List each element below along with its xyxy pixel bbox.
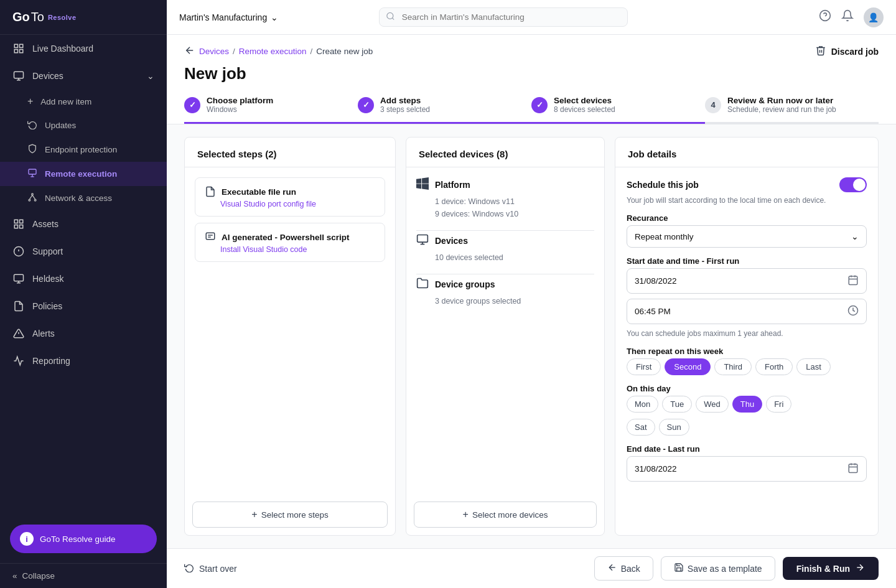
company-selector[interactable]: Martin's Manufacturing ⌄ [179, 12, 278, 22]
day-buttons-row1: Mon Tue Wed Thu Fri [627, 396, 867, 413]
recurrence-label: Recurance [627, 213, 867, 223]
day-label: On this day [627, 384, 867, 393]
sidebar-item-remote-execution[interactable]: Remote execution [0, 162, 167, 186]
sidebar-item-add-new[interactable]: + Add new item [0, 90, 167, 113]
start-date-input[interactable]: 31/08/2022 [627, 268, 867, 294]
job-details-header: Job details [615, 138, 878, 167]
start-time-input[interactable]: 06:45 PM [627, 299, 867, 324]
sidebar-item-label: Assets [32, 219, 58, 229]
heldesk-icon [12, 273, 25, 285]
sidebar-item-live-dashboard[interactable]: Live Dashboard [0, 35, 167, 62]
sidebar-item-policies[interactable]: Policies [0, 292, 167, 320]
day-btn-fri[interactable]: Fri [766, 396, 791, 413]
back-button[interactable]: Back [594, 556, 653, 581]
step-4-circle: 4 [705, 97, 721, 113]
sidebar-item-reporting[interactable]: Reporting [0, 347, 167, 375]
svg-point-10 [32, 194, 34, 195]
sidebar-item-endpoint[interactable]: Endpoint protection [0, 138, 167, 162]
sidebar-item-network[interactable]: Network & access [0, 186, 167, 210]
sidebar-item-heldesk[interactable]: Heldesk [0, 265, 167, 292]
svg-rect-18 [20, 225, 23, 228]
back-breadcrumb-button[interactable] [184, 45, 195, 58]
sidebar-item-support[interactable]: Support [0, 238, 167, 265]
step-3-circle: ✓ [531, 97, 548, 113]
sidebar-sub-label: Network & access [45, 194, 112, 203]
sidebar-item-label: Live Dashboard [32, 44, 93, 54]
sidebar-item-updates[interactable]: Updates [0, 113, 167, 138]
finish-run-button[interactable]: Finish & Run [783, 557, 879, 580]
device-section-groups-sub: 3 device groups selected [416, 295, 594, 307]
plus-icon: + [27, 96, 33, 107]
svg-rect-17 [14, 225, 17, 228]
end-date-input[interactable]: 31/08/2022 [627, 456, 867, 482]
sidebar: GoTo Resolve Live Dashboard Devices ⌄ + … [0, 0, 167, 588]
sidebar-item-assets[interactable]: Assets [0, 210, 167, 238]
content-area: Devices / Remote execution / Create new … [167, 35, 896, 588]
step-4-info: Review & Run now or later Schedule, revi… [727, 96, 836, 114]
folder-icon [416, 277, 429, 291]
svg-rect-43 [849, 464, 857, 473]
sidebar-item-label: Alerts [32, 329, 55, 338]
day-btn-thu[interactable]: Thu [732, 396, 762, 413]
stepper: ✓ Choose platform Windows ✓ Add steps 3 … [184, 96, 879, 124]
device-section-groups: Device groups 3 device groups selected [416, 277, 594, 307]
notifications-icon[interactable] [841, 9, 854, 25]
guide-button[interactable]: i GoTo Resolve guide [10, 525, 157, 553]
day-btn-tue[interactable]: Tue [662, 396, 692, 413]
schedule-toggle-row: Schedule this job [627, 177, 867, 192]
recurrence-value: Repeat monthly [635, 232, 694, 241]
day-btn-sat[interactable]: Sat [627, 419, 655, 436]
week-btn-second[interactable]: Second [665, 358, 711, 375]
step-item-1[interactable]: AI generated - Powershell script Install… [195, 223, 385, 262]
search-container [379, 7, 628, 27]
step-item-0-title: Executable file run [204, 185, 376, 198]
search-input[interactable] [379, 7, 628, 27]
step-item-0[interactable]: Executable file run Visual Studio port c… [195, 177, 385, 217]
svg-point-27 [387, 12, 393, 19]
day-btn-mon[interactable]: Mon [627, 396, 658, 413]
schedule-toggle[interactable] [839, 177, 867, 192]
selected-steps-panel: Selected steps (2) Executable file run V… [184, 137, 396, 536]
step-2-sub: 3 steps selcted [380, 105, 430, 114]
select-more-devices-button[interactable]: + Select more devices [414, 502, 597, 528]
day-btn-wed[interactable]: Wed [696, 396, 729, 413]
device-section-platform: Platform 1 device: Windows v11 9 devices… [416, 177, 594, 220]
back-label: Back [621, 564, 640, 574]
save-template-label: Save as a template [688, 564, 762, 574]
week-btn-forth[interactable]: Forth [755, 358, 793, 375]
week-btn-third[interactable]: Third [714, 358, 752, 375]
sidebar-logo: GoTo Resolve [0, 0, 167, 35]
collapse-button[interactable]: « Collapse [0, 563, 167, 588]
finish-run-label: Finish & Run [796, 564, 850, 574]
week-btn-last[interactable]: Last [796, 358, 831, 375]
alerts-icon [12, 327, 25, 340]
step-1-label: Choose platform [207, 96, 273, 105]
svg-rect-38 [849, 276, 857, 285]
svg-rect-7 [29, 169, 36, 174]
save-template-button[interactable]: Save as a template [661, 556, 775, 581]
select-more-steps-button[interactable]: + Select more steps [192, 502, 388, 528]
sidebar-item-devices[interactable]: Devices ⌄ [0, 62, 167, 90]
step-2-circle: ✓ [358, 97, 374, 113]
breadcrumb-remote[interactable]: Remote execution [239, 47, 307, 56]
sidebar-item-alerts[interactable]: Alerts [0, 320, 167, 347]
recurrence-select[interactable]: Repeat monthly ⌄ [627, 225, 867, 248]
selected-steps-header: Selected steps (2) [185, 138, 395, 167]
clock-icon [847, 305, 859, 318]
logo-resolve: Resolve [48, 14, 77, 21]
step-1-circle: ✓ [184, 97, 200, 113]
day-btn-sun[interactable]: Sun [659, 419, 689, 436]
sidebar-sub-label: Add new item [40, 97, 91, 106]
discard-job-label[interactable]: Discard job [831, 47, 879, 57]
help-icon[interactable] [819, 9, 831, 25]
week-btn-first[interactable]: First [627, 358, 661, 375]
trash-icon [815, 45, 826, 58]
user-avatar[interactable]: 👤 [864, 7, 884, 27]
start-date-value: 31/08/2022 [635, 276, 677, 286]
breadcrumb-devices[interactable]: Devices [199, 47, 229, 56]
start-time-value: 06:45 PM [635, 307, 671, 316]
sidebar-item-label: Reporting [32, 356, 70, 366]
calendar-icon-end [847, 462, 859, 475]
start-over-button[interactable]: Start over [184, 562, 237, 574]
svg-line-28 [392, 17, 394, 19]
